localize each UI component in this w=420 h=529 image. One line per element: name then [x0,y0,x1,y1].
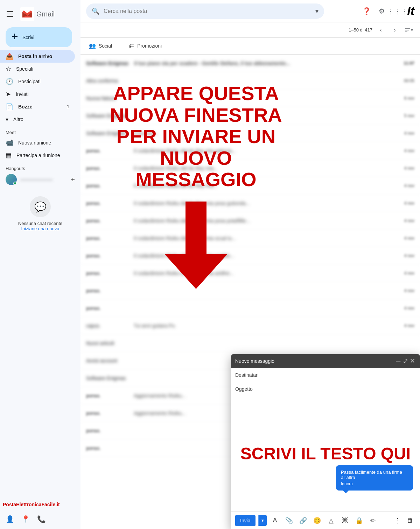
compose-header: Nuovo messaggio ─ ⤢ ✕ [231,354,420,368]
tooltip-text: Passa facilmente da una firma all'altra [341,470,408,480]
compose-title: Nuovo messaggio [235,358,395,364]
add-hangout-button[interactable]: + [71,176,75,184]
video-icon: 📹 [6,139,13,147]
menu-button[interactable] [3,7,17,21]
more-options-button[interactable]: ⋮ [392,515,403,526]
watermark-text: PostaElettronicaFacile.it [3,502,60,507]
nav-label-sent: Inviati [16,91,29,97]
nav-item-sent[interactable]: ➤ Inviati [0,88,75,100]
subject-label: Oggetto [235,386,253,392]
meet-item-new[interactable]: 📹 Nuova riunione [0,136,75,149]
pagination-bar: 1–50 di 417 ‹ › ▾ [80,22,420,38]
nav-item-more[interactable]: ▾ Altro [0,113,75,126]
table-row[interactable]: Nuovi articoli [80,334,420,352]
minimize-button[interactable]: ─ [395,358,402,365]
drafts-badge: 1 [67,104,69,109]
attach-button[interactable]: 📎 [284,515,295,526]
to-label: Destinatari [235,372,259,378]
sidebar-header: Gmail [0,3,80,24]
it-label: It [407,4,414,18]
table-row[interactable]: ponso. 4 nov [80,299,420,317]
delete-button[interactable]: 🗑 [405,515,416,526]
table-row[interactable]: ponso. Il codardintore Risiku del do Rey… [80,177,420,195]
table-row[interactable]: ponso. Il codardintore Risiku del do Rey… [80,212,420,230]
drive-button[interactable]: △ [326,515,337,526]
nav-label-snoozed: Posticipati [18,79,41,84]
hangouts-username: ────────── [20,177,52,182]
tabs-bar: 👥 Social 🏷 Promozioni [80,38,420,55]
photo-button[interactable]: 🖼 [340,515,351,526]
send-dropdown-button[interactable]: ▾ [258,515,267,526]
table-row[interactable]: Software Enigmas 5 nov [80,107,420,125]
compose-button[interactable]: Scrivi [6,27,72,47]
tooltip-bubble: Passa facilmente da una firma all'altra … [336,465,413,491]
hangouts-section: Hangouts ────────── + [0,162,80,189]
search-bar: 🔍 ▾ [86,3,324,19]
send-label: Invia [240,518,251,523]
nav-item-inbox[interactable]: 📥 Posta in arrivo [0,50,75,63]
hangouts-user-row[interactable]: ────────── + [6,174,75,185]
table-row[interactable]: Altra conferma 00:05 [80,72,420,90]
online-status-dot [13,182,17,185]
maximize-button[interactable]: ⤢ [402,358,409,365]
nav-item-drafts[interactable]: 📄 Bozze 1 [0,100,75,113]
search-dropdown-icon[interactable]: ▾ [315,7,318,15]
gmail-title: Gmail [36,10,55,18]
table-row[interactable]: ponso. Il codardintore Risiku del do Rey… [80,230,420,247]
pagination-info: 1–50 di 417 [349,27,372,33]
nav-label-more: Altro [13,117,23,122]
prev-page-button[interactable]: ‹ [375,24,386,36]
table-row[interactable]: capus. Tui anni gutiara Po. 4 nov [80,317,420,334]
emoji-button[interactable]: 😊 [312,515,323,526]
compose-window: Nuovo messaggio ─ ⤢ ✕ Destinatari Oggett… [231,354,420,529]
svg-rect-4 [12,36,18,37]
apps-button[interactable]: ⋮⋮⋮ [390,4,404,18]
compose-footer: Invia ▾ A 📎 🔗 😊 △ 🖼 🔒 ✏ ⋮ 🗑 [231,512,420,529]
table-row[interactable]: ponso. Il codardintore Risiku del do Rey… [80,264,420,282]
tooltip-ignore[interactable]: Ignora [341,481,408,486]
topbar: 🔍 ▾ ❓ ⚙ ⋮⋮⋮ It [80,0,420,22]
nav-item-snoozed[interactable]: 🕐 Posticipati [0,75,75,88]
draft-icon: 📄 [6,103,13,111]
meet-label-join: Partecipa a riunione [16,153,60,158]
gmail-logo: Gmail [20,7,55,21]
lock-button[interactable]: 🔒 [354,515,365,526]
compose-body[interactable]: SCRIVI IL TESTO QUI Passa facilmente da … [231,396,420,512]
meet-item-join[interactable]: ▦ Partecipa a riunione [0,149,75,162]
close-compose-button[interactable]: ✕ [409,358,416,365]
nav-label-inbox: Posta in arrivo [18,54,52,59]
table-row[interactable]: ponso. Il codardintore Risiku del do Rey… [80,142,420,160]
tab-social-label: Social [99,43,112,49]
start-chat-link[interactable]: Iniziane una nuova [21,226,59,231]
watermark: PostaElettronicaFacile.it [3,501,60,508]
table-row[interactable]: Nuova fattura 6 nov [80,90,420,107]
signature-button[interactable]: ✏ [368,515,379,526]
link-button[interactable]: 🔗 [298,515,309,526]
compose-subject-field[interactable]: Oggetto [231,382,420,396]
table-row[interactable]: ponso. Il codardintore Risiku del do Rey… [80,160,420,177]
chevron-down-icon: ▾ [6,116,8,123]
no-chat-text: Nessuna chat recente [18,221,62,226]
star-icon: ☆ [6,65,11,73]
help-button[interactable]: ❓ [359,4,373,18]
table-row[interactable]: Software Enigmas Il tuo piano sta per sc… [80,55,420,72]
tab-promotions[interactable]: 🏷 Promozioni [120,38,170,55]
location-icon[interactable]: 📍 [21,515,30,523]
inbox-icon: 📥 [6,52,13,60]
table-row[interactable]: ponso. Il codardintore Risiku del do Rey… [80,195,420,212]
search-input[interactable] [104,8,311,14]
table-row[interactable]: Software Enigmas Il tour per... 4 nov [80,125,420,142]
tab-promotions-label: Promozioni [137,43,162,49]
phone-icon[interactable]: 📞 [37,515,46,523]
table-row[interactable]: ponso. Il codardintore Risiku del do Rey… [80,247,420,264]
send-button[interactable]: Invia [235,515,255,526]
sort-button[interactable]: ▾ [403,24,414,36]
nav-item-starred[interactable]: ☆ Speciali [0,63,75,75]
compose-to-field[interactable]: Destinatari [231,368,420,382]
text-format-button[interactable]: A [270,515,281,526]
promotions-icon: 🏷 [129,43,134,49]
person-icon[interactable]: 👤 [6,515,14,523]
next-page-button[interactable]: › [389,24,400,36]
tab-social[interactable]: 👥 Social [80,38,120,55]
table-row[interactable]: ponso. 4 nov [80,282,420,299]
